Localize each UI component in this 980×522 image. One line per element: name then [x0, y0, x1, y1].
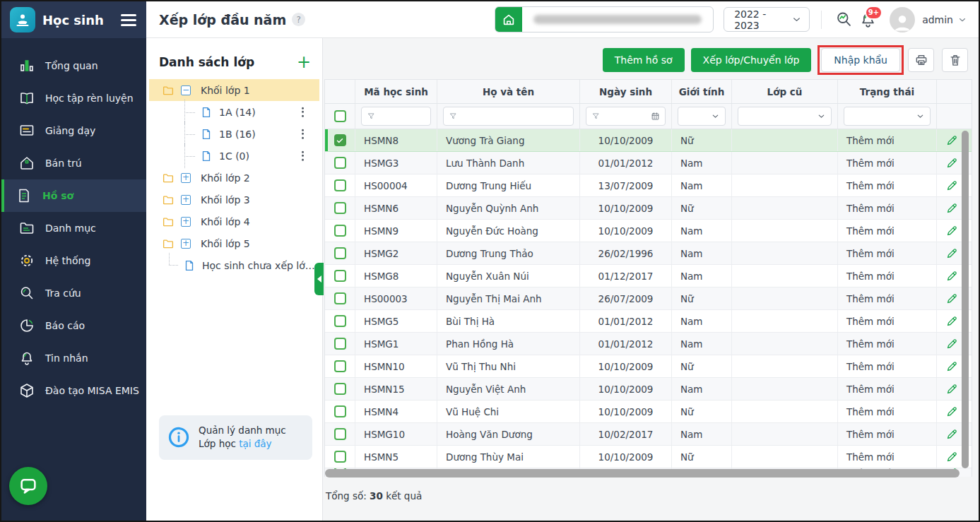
filter-student-code-input[interactable]	[361, 107, 431, 126]
table-row[interactable]: HSMN4Vũ Huệ Chi10/10/2009NữThêm mới	[325, 401, 972, 423]
sidebar-item-ban-tru[interactable]: Bán trú	[1, 147, 146, 179]
kebab-menu-icon[interactable]	[299, 104, 307, 120]
tree-node-khoi-lop-5[interactable]: +Khối lớp 5	[149, 232, 319, 254]
expand-icon[interactable]: +	[181, 173, 191, 183]
edit-pencil-icon[interactable]	[945, 292, 959, 305]
notifications-bell-icon[interactable]: 9+	[856, 8, 880, 32]
expand-icon[interactable]: +	[181, 217, 191, 227]
filter-name-input[interactable]	[443, 107, 574, 126]
row-checkbox[interactable]	[334, 157, 346, 169]
tree-node-khoi-lop-1[interactable]: −Khối lớp 1	[149, 79, 319, 101]
edit-pencil-icon[interactable]	[945, 201, 959, 215]
table-row[interactable]: HSMG1Phan Hồng Hà01/01/2012NamThêm mới	[325, 333, 972, 355]
sidebar-item-giang-day[interactable]: Giảng dạy	[1, 114, 146, 147]
row-checkbox[interactable]	[334, 338, 346, 350]
table-row[interactable]: HSMN5Dương Thùy Mai10/10/2009NữThêm mới	[325, 446, 972, 468]
filter-status-select[interactable]	[844, 107, 931, 126]
table-row[interactable]: HSMN15Nguyễn Việt Anh10/10/2009NamThêm m…	[325, 378, 972, 401]
edit-pencil-icon[interactable]	[945, 156, 959, 170]
expand-icon[interactable]: +	[181, 195, 191, 205]
table-row[interactable]: HSMN6Nguyễn Quỳnh Anh10/10/2009NữThêm mớ…	[325, 197, 972, 220]
row-checkbox[interactable]	[334, 428, 346, 440]
column-header-trang-thai[interactable]: Trạng thái	[838, 80, 937, 103]
table-row[interactable]: HSMG3Lưu Thành Danh01/01/2012NamThêm mới	[325, 152, 972, 174]
user-menu[interactable]: admin	[890, 7, 967, 32]
row-checkbox[interactable]	[334, 451, 346, 463]
table-row[interactable]: HSMN8Vương Trà Giang10/10/2009NữThêm mới	[325, 129, 972, 152]
row-checkbox[interactable]	[334, 383, 346, 395]
expand-icon[interactable]: +	[181, 239, 191, 249]
sidebar-item-ho-so[interactable]: Hồ sơ	[1, 179, 146, 212]
row-checkbox[interactable]	[334, 247, 346, 259]
table-row[interactable]: HSMG5Bùi Thị Hà01/01/2012NamThêm mới	[325, 310, 972, 333]
tree-node-khoi-lop-3[interactable]: +Khối lớp 3	[149, 189, 319, 210]
help-icon[interactable]: ?	[292, 13, 305, 26]
filter-old-class-select[interactable]	[738, 107, 832, 126]
sidebar-item-hoc-tap-ren-luyen[interactable]: Học tập rèn luyện	[1, 82, 146, 114]
edit-pencil-icon[interactable]	[945, 427, 959, 441]
school-year-select[interactable]: 2022 - 2023	[724, 7, 810, 32]
row-checkbox[interactable]	[334, 270, 346, 282]
column-header-ma-hoc-sinh[interactable]: Mã học sinh	[355, 80, 437, 103]
sidebar-item-tra-cuu[interactable]: Tra cứu	[1, 277, 146, 309]
column-header-gioi-tinh[interactable]: Giới tính	[672, 80, 732, 103]
column-header-ngay-sinh[interactable]: Ngày sinh	[580, 80, 672, 103]
horizontal-scrollbar[interactable]	[325, 469, 960, 477]
edit-pencil-icon[interactable]	[945, 337, 959, 350]
hamburger-menu-icon[interactable]	[121, 14, 136, 26]
school-picker[interactable]	[495, 6, 714, 32]
row-checkbox[interactable]	[334, 292, 346, 304]
sidebar-item-tong-quan[interactable]: Tổng quan	[1, 49, 146, 82]
row-checkbox[interactable]	[334, 225, 346, 237]
add-class-plus-icon[interactable]: +	[297, 55, 311, 69]
app-logo-icon[interactable]	[10, 7, 35, 32]
row-checkbox[interactable]	[334, 405, 346, 417]
row-checkbox[interactable]	[334, 202, 346, 214]
sidebar-item-bao-cao[interactable]: Báo cáo	[1, 309, 146, 342]
table-row[interactable]: HSMN10Vũ Thị Thu Nhi10/10/2009NữThêm mới	[325, 355, 972, 378]
row-checkbox[interactable]	[334, 360, 346, 372]
column-header-lop-cu[interactable]: Lớp cũ	[732, 80, 838, 103]
tree-node-khoi-lop-4[interactable]: +Khối lớp 4	[149, 210, 319, 232]
sidebar-item-tin-nhan[interactable]: Tin nhắn	[1, 342, 146, 374]
vertical-scrollbar-thumb[interactable]	[962, 131, 969, 468]
row-checkbox[interactable]	[334, 134, 346, 146]
lookup-icon[interactable]	[832, 8, 856, 32]
kebab-menu-icon[interactable]	[299, 126, 307, 142]
edit-pencil-icon[interactable]	[945, 134, 959, 147]
edit-pencil-icon[interactable]	[945, 224, 959, 237]
tree-node-1b-16[interactable]: 1B (16)	[149, 123, 319, 145]
kebab-menu-icon[interactable]	[299, 148, 307, 164]
tree-node-1a-14[interactable]: 1A (14)	[149, 101, 319, 123]
print-button[interactable]	[908, 48, 934, 72]
table-row[interactable]: HS00003Nguyễn Thị Mai Anh26/07/2009NữThê…	[325, 287, 972, 310]
edit-pencil-icon[interactable]	[945, 360, 959, 373]
tree-node-khoi-lop-2[interactable]: +Khối lớp 2	[149, 167, 319, 189]
edit-pencil-icon[interactable]	[945, 314, 959, 328]
table-row[interactable]: HSMG2Dương Trung Thảo26/02/1996NamThêm m…	[325, 242, 972, 265]
table-row[interactable]: HSMG10Hoàng Văn Dương10/02/2017NamThêm m…	[325, 423, 972, 446]
vertical-scrollbar[interactable]	[962, 130, 969, 475]
filter-gender-select[interactable]	[678, 107, 726, 126]
nhap-khau-button[interactable]: Nhập khẩu	[821, 48, 900, 72]
tree-node-hoc-sinh-chua-xep-lop[interactable]: Học sinh chưa xếp lớp ...	[149, 254, 319, 276]
filter-dob-input[interactable]	[586, 107, 666, 126]
sidebar-item-dao-tao-misa-emis[interactable]: Đào tạo MISA EMIS	[1, 374, 146, 407]
edit-pencil-icon[interactable]	[945, 179, 959, 192]
delete-button[interactable]	[942, 48, 968, 72]
sidebar-item-danh-muc[interactable]: Danh mục	[1, 212, 146, 244]
column-header-ho-va-ten[interactable]: Họ và tên	[437, 80, 580, 103]
table-row[interactable]: HSMG8Nguyễn Xuân Núi01/12/2017NamThêm mớ…	[325, 265, 972, 287]
select-all-checkbox[interactable]	[334, 110, 346, 122]
sidebar-item-he-thong[interactable]: Hệ thống	[1, 244, 146, 277]
info-note-link[interactable]: tại đây	[239, 438, 271, 449]
collapse-icon[interactable]: −	[181, 85, 191, 95]
chat-button[interactable]	[9, 467, 47, 505]
edit-pencil-icon[interactable]	[945, 450, 959, 463]
edit-pencil-icon[interactable]	[945, 405, 959, 418]
edit-pencil-icon[interactable]	[945, 269, 959, 283]
edit-pencil-icon[interactable]	[945, 382, 959, 396]
row-checkbox[interactable]	[334, 179, 346, 191]
row-checkbox[interactable]	[334, 315, 346, 327]
them-ho-so-button[interactable]: Thêm hồ sơ	[603, 48, 685, 72]
